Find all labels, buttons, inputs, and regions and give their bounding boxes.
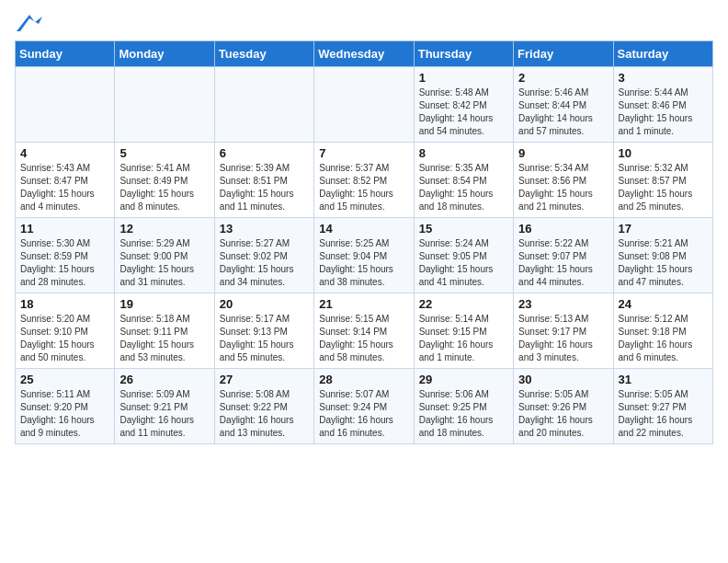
day-number: 27 [220,373,309,386]
day-detail: Sunrise: 5:09 AM Sunset: 9:21 PM Dayligh… [119,388,209,440]
day-number: 29 [419,373,508,386]
logo-bird-icon [17,15,42,33]
day-number: 17 [619,222,708,236]
day-number: 21 [319,297,408,311]
day-number: 1 [419,71,508,85]
calendar-cell: 18Sunrise: 5:20 AM Sunset: 9:10 PM Dayli… [16,293,115,369]
day-detail: Sunrise: 5:07 AM Sunset: 9:24 PM Dayligh… [319,388,408,440]
day-number: 23 [518,297,608,311]
calendar-week-3: 11Sunrise: 5:30 AM Sunset: 8:59 PM Dayli… [16,218,713,293]
day-number: 24 [619,297,708,311]
day-number: 6 [220,146,309,160]
day-number: 15 [419,222,508,236]
day-number: 16 [518,222,608,236]
calendar-cell: 10Sunrise: 5:32 AM Sunset: 8:57 PM Dayli… [613,143,712,218]
col-header-saturday: Saturday [613,41,712,67]
day-detail: Sunrise: 5:11 AM Sunset: 9:20 PM Dayligh… [20,388,109,440]
svg-marker-0 [17,15,42,31]
calendar-week-5: 25Sunrise: 5:11 AM Sunset: 9:20 PM Dayli… [16,369,713,444]
day-number: 9 [518,146,608,160]
calendar-header-row: SundayMondayTuesdayWednesdayThursdayFrid… [16,41,713,67]
calendar-cell [314,67,414,143]
calendar-cell: 15Sunrise: 5:24 AM Sunset: 9:05 PM Dayli… [414,218,513,293]
col-header-sunday: Sunday [16,41,115,67]
calendar-cell: 24Sunrise: 5:12 AM Sunset: 9:18 PM Dayli… [613,293,712,369]
col-header-thursday: Thursday [414,41,513,67]
day-number: 26 [119,373,209,386]
calendar-cell: 1Sunrise: 5:48 AM Sunset: 8:42 PM Daylig… [414,67,513,143]
day-number: 19 [119,297,209,311]
page-header [15,15,713,33]
calendar-cell: 3Sunrise: 5:44 AM Sunset: 8:46 PM Daylig… [613,67,712,143]
day-detail: Sunrise: 5:41 AM Sunset: 8:49 PM Dayligh… [119,162,209,213]
day-number: 30 [518,373,608,386]
day-number: 11 [20,222,109,236]
day-detail: Sunrise: 5:32 AM Sunset: 8:57 PM Dayligh… [619,162,708,213]
day-detail: Sunrise: 5:18 AM Sunset: 9:11 PM Dayligh… [119,313,209,364]
calendar-cell: 29Sunrise: 5:06 AM Sunset: 9:25 PM Dayli… [414,369,513,444]
calendar-cell: 26Sunrise: 5:09 AM Sunset: 9:21 PM Dayli… [115,369,214,444]
calendar-cell: 25Sunrise: 5:11 AM Sunset: 9:20 PM Dayli… [16,369,115,444]
day-detail: Sunrise: 5:05 AM Sunset: 9:27 PM Dayligh… [619,388,708,440]
day-detail: Sunrise: 5:22 AM Sunset: 9:07 PM Dayligh… [518,237,608,289]
calendar-cell: 4Sunrise: 5:43 AM Sunset: 8:47 PM Daylig… [16,143,115,218]
day-number: 8 [419,146,508,160]
day-number: 18 [20,297,109,311]
day-detail: Sunrise: 5:30 AM Sunset: 8:59 PM Dayligh… [20,237,109,289]
calendar-cell: 6Sunrise: 5:39 AM Sunset: 8:51 PM Daylig… [214,143,313,218]
calendar-cell: 7Sunrise: 5:37 AM Sunset: 8:52 PM Daylig… [314,143,414,218]
calendar-cell: 23Sunrise: 5:13 AM Sunset: 9:17 PM Dayli… [514,293,613,369]
day-detail: Sunrise: 5:05 AM Sunset: 9:26 PM Dayligh… [518,388,608,440]
calendar-table: SundayMondayTuesdayWednesdayThursdayFrid… [15,40,713,444]
calendar-cell [115,67,214,143]
logo [15,15,42,33]
calendar-cell: 14Sunrise: 5:25 AM Sunset: 9:04 PM Dayli… [314,218,414,293]
day-number: 13 [220,222,309,236]
calendar-week-4: 18Sunrise: 5:20 AM Sunset: 9:10 PM Dayli… [16,293,713,369]
calendar-cell: 31Sunrise: 5:05 AM Sunset: 9:27 PM Dayli… [613,369,712,444]
day-detail: Sunrise: 5:48 AM Sunset: 8:42 PM Dayligh… [419,86,508,138]
day-detail: Sunrise: 5:12 AM Sunset: 9:18 PM Dayligh… [619,313,708,364]
day-number: 5 [119,146,209,160]
calendar-cell: 8Sunrise: 5:35 AM Sunset: 8:54 PM Daylig… [414,143,513,218]
calendar-cell: 17Sunrise: 5:21 AM Sunset: 9:08 PM Dayli… [613,218,712,293]
day-detail: Sunrise: 5:35 AM Sunset: 8:54 PM Dayligh… [419,162,508,213]
calendar-cell: 22Sunrise: 5:14 AM Sunset: 9:15 PM Dayli… [414,293,513,369]
day-detail: Sunrise: 5:17 AM Sunset: 9:13 PM Dayligh… [220,313,309,364]
col-header-friday: Friday [514,41,613,67]
calendar-cell: 5Sunrise: 5:41 AM Sunset: 8:49 PM Daylig… [115,143,214,218]
calendar-cell: 30Sunrise: 5:05 AM Sunset: 9:26 PM Dayli… [514,369,613,444]
day-detail: Sunrise: 5:37 AM Sunset: 8:52 PM Dayligh… [319,162,408,213]
col-header-wednesday: Wednesday [314,41,414,67]
day-detail: Sunrise: 5:27 AM Sunset: 9:02 PM Dayligh… [220,237,309,289]
calendar-cell: 27Sunrise: 5:08 AM Sunset: 9:22 PM Dayli… [214,369,313,444]
calendar-week-2: 4Sunrise: 5:43 AM Sunset: 8:47 PM Daylig… [16,143,713,218]
day-number: 22 [419,297,508,311]
day-detail: Sunrise: 5:43 AM Sunset: 8:47 PM Dayligh… [20,162,109,213]
day-number: 2 [518,71,608,85]
calendar-cell [16,67,115,143]
calendar-week-1: 1Sunrise: 5:48 AM Sunset: 8:42 PM Daylig… [16,67,713,143]
day-number: 31 [619,373,708,386]
day-number: 3 [619,71,708,85]
day-detail: Sunrise: 5:44 AM Sunset: 8:46 PM Dayligh… [619,86,708,138]
day-number: 12 [119,222,209,236]
calendar-cell [214,67,313,143]
day-detail: Sunrise: 5:06 AM Sunset: 9:25 PM Dayligh… [419,388,508,440]
calendar-cell: 21Sunrise: 5:15 AM Sunset: 9:14 PM Dayli… [314,293,414,369]
calendar-body: 1Sunrise: 5:48 AM Sunset: 8:42 PM Daylig… [16,67,713,444]
calendar-cell: 9Sunrise: 5:34 AM Sunset: 8:56 PM Daylig… [514,143,613,218]
day-detail: Sunrise: 5:29 AM Sunset: 9:00 PM Dayligh… [119,237,209,289]
col-header-tuesday: Tuesday [214,41,313,67]
day-number: 14 [319,222,408,236]
day-detail: Sunrise: 5:14 AM Sunset: 9:15 PM Dayligh… [419,313,508,364]
day-detail: Sunrise: 5:20 AM Sunset: 9:10 PM Dayligh… [20,313,109,364]
day-detail: Sunrise: 5:25 AM Sunset: 9:04 PM Dayligh… [319,237,408,289]
day-detail: Sunrise: 5:08 AM Sunset: 9:22 PM Dayligh… [220,388,309,440]
day-detail: Sunrise: 5:21 AM Sunset: 9:08 PM Dayligh… [619,237,708,289]
day-number: 10 [619,146,708,160]
calendar-cell: 19Sunrise: 5:18 AM Sunset: 9:11 PM Dayli… [115,293,214,369]
calendar-cell: 2Sunrise: 5:46 AM Sunset: 8:44 PM Daylig… [514,67,613,143]
calendar-cell: 11Sunrise: 5:30 AM Sunset: 8:59 PM Dayli… [16,218,115,293]
col-header-monday: Monday [115,41,214,67]
